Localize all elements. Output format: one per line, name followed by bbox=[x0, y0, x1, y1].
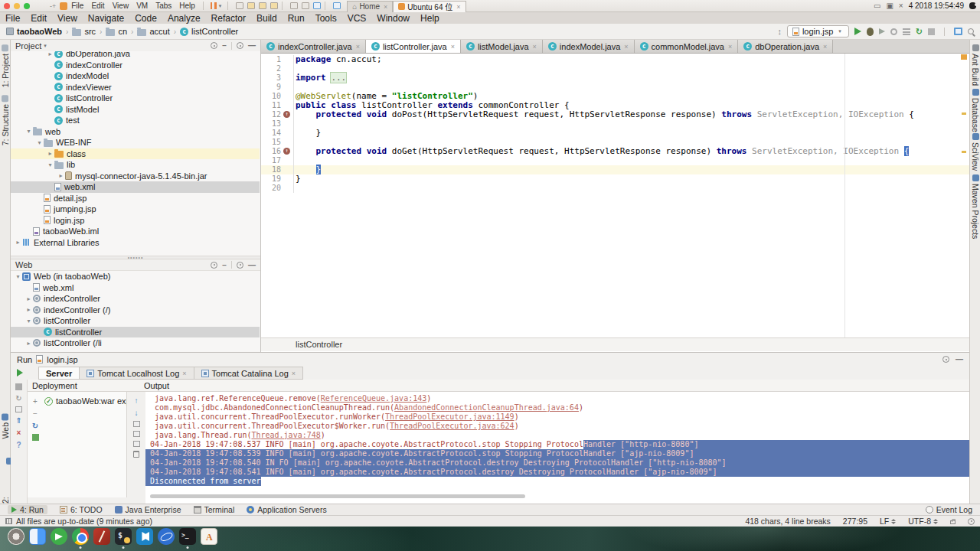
menu-item[interactable]: Analyze bbox=[168, 13, 201, 24]
error-stripe-mark[interactable] bbox=[962, 151, 966, 153]
window-mode-icon[interactable] bbox=[290, 2, 298, 9]
terminal-dock-icon[interactable] bbox=[179, 528, 196, 545]
clear-output-icon[interactable] bbox=[133, 451, 139, 458]
expand-arrow-icon[interactable]: ▸ bbox=[24, 340, 33, 347]
run-configuration-select[interactable]: login.jsp ▾ bbox=[787, 25, 849, 37]
vm-history-icon[interactable] bbox=[259, 2, 266, 9]
gear-icon[interactable] bbox=[237, 262, 243, 269]
expand-arrow-icon[interactable]: ▸ bbox=[57, 172, 65, 179]
redeploy-icon[interactable]: ↻ bbox=[31, 422, 40, 430]
fullscreen-icon[interactable] bbox=[313, 2, 321, 9]
error-stripe-mark[interactable] bbox=[961, 54, 967, 60]
project-tree-item[interactable]: ▸class bbox=[11, 148, 260, 160]
hide-panel-icon[interactable]: — bbox=[248, 262, 256, 269]
expand-arrow-icon[interactable]: ▸ bbox=[46, 150, 54, 157]
project-tree-item[interactable]: jumping.jsp bbox=[11, 204, 260, 215]
web-tree-item[interactable]: ▸indexController (/) bbox=[11, 305, 260, 316]
breadcrumb-item[interactable]: taobaoWeb bbox=[6, 27, 62, 36]
restore-icon[interactable]: ▣ bbox=[886, 2, 893, 10]
breadcrumb-item[interactable]: cn bbox=[106, 27, 127, 36]
profiler-button[interactable] bbox=[890, 28, 897, 35]
gear-icon[interactable] bbox=[942, 356, 949, 363]
expand-arrow-icon[interactable]: ▸ bbox=[14, 239, 22, 246]
error-stripe-mark[interactable] bbox=[962, 112, 966, 115]
editor-tab[interactable]: indexController.java× bbox=[261, 40, 366, 53]
close-icon[interactable]: × bbox=[728, 43, 732, 51]
ubuntu-dock-icon[interactable] bbox=[8, 528, 24, 545]
finder-dock-icon[interactable] bbox=[29, 528, 46, 545]
atom-dock-icon[interactable] bbox=[158, 528, 175, 545]
expand-arrow-icon[interactable]: ▸ bbox=[24, 306, 33, 313]
log-line[interactable]: java.lang.ref.ReferenceQueue.remove(Refe… bbox=[145, 394, 969, 403]
pause-vm-icon[interactable] bbox=[211, 2, 217, 9]
atom-dock-item[interactable] bbox=[158, 528, 175, 545]
stop-button[interactable] bbox=[928, 28, 935, 35]
rerun-icon[interactable]: ↻ bbox=[15, 394, 24, 403]
web-tree-item[interactable]: ▾listController bbox=[11, 315, 260, 327]
screenshot-icon[interactable] bbox=[15, 406, 22, 412]
run-tab[interactable]: Tomcat Localhost Log× bbox=[79, 367, 194, 380]
collapse-icon[interactable]: − bbox=[222, 262, 227, 269]
project-tree-item[interactable]: indexModel bbox=[11, 70, 260, 82]
restart-server-button[interactable]: ↻ bbox=[916, 27, 923, 37]
project-tree-item[interactable]: detail.jsp bbox=[11, 193, 260, 204]
stripe-button[interactable]: Ant Build bbox=[971, 44, 980, 86]
deployment-item[interactable]: taobaoWeb:war explo bbox=[44, 396, 126, 406]
close-icon[interactable]: × bbox=[899, 2, 903, 10]
close-window-button[interactable] bbox=[4, 3, 10, 9]
stop-icon[interactable] bbox=[15, 383, 22, 390]
project-tree-item[interactable]: test bbox=[11, 115, 260, 126]
toolwindow-button-todo[interactable]: 6: TODO bbox=[60, 505, 103, 514]
soft-wrap-icon[interactable] bbox=[133, 421, 140, 427]
web-tree-item[interactable]: ▸listController (/li bbox=[11, 337, 260, 349]
web-tree-item[interactable]: web.xml bbox=[11, 282, 260, 294]
plane-dock-icon[interactable] bbox=[51, 528, 67, 545]
web-tree-item[interactable]: ▾Web (in taobaoWeb) bbox=[11, 271, 260, 282]
book-dock-icon[interactable] bbox=[93, 528, 110, 545]
log-line[interactable]: com.mysql.jdbc.AbandonedConnectionCleanu… bbox=[145, 403, 969, 412]
iterm-dock-item[interactable] bbox=[115, 528, 132, 545]
event-log-button[interactable]: Event Log bbox=[936, 505, 972, 514]
print-icon[interactable] bbox=[133, 441, 140, 447]
locate-icon[interactable] bbox=[211, 262, 217, 269]
stripe-button[interactable]: Web bbox=[1, 413, 10, 439]
server-icon[interactable] bbox=[32, 434, 39, 441]
collapse-arrow-icon[interactable]: ▾ bbox=[46, 161, 54, 168]
editor-tab[interactable]: commonModel.java× bbox=[635, 40, 739, 53]
ubuntu-dock-item[interactable] bbox=[8, 528, 24, 545]
vm-history-icon[interactable] bbox=[247, 2, 255, 9]
vm-menu-item[interactable]: Edit bbox=[91, 2, 104, 10]
menu-item[interactable]: Edit bbox=[31, 13, 47, 24]
vm-tab[interactable]: ⌂Home× bbox=[347, 1, 393, 12]
close-icon[interactable]: × bbox=[292, 370, 296, 377]
hide-panel-icon[interactable]: — bbox=[956, 356, 963, 363]
snapshot-icon[interactable] bbox=[236, 2, 243, 9]
breadcrumb-item[interactable]: listController bbox=[180, 27, 238, 36]
chrome-dock-icon[interactable] bbox=[72, 528, 89, 545]
collapse-arrow-icon[interactable]: ▾ bbox=[24, 318, 33, 324]
menu-item[interactable]: View bbox=[57, 13, 77, 24]
log-line[interactable]: 04-Jan-2018 19:47:08.540 IN FO [main] or… bbox=[145, 458, 969, 468]
override-method-icon[interactable]: ↑ bbox=[283, 148, 290, 155]
down-stack-trace-icon[interactable]: ↓ bbox=[132, 409, 141, 417]
menu-item[interactable]: Tools bbox=[315, 13, 337, 24]
menu-item[interactable]: Code bbox=[135, 13, 157, 24]
minimize-icon[interactable]: ▭ bbox=[874, 2, 880, 10]
editor-tab[interactable]: listModel.java× bbox=[461, 40, 543, 53]
minimize-window-button[interactable] bbox=[14, 3, 20, 9]
menu-item[interactable]: File bbox=[5, 13, 20, 24]
chevron-down-icon[interactable]: ▾ bbox=[44, 43, 47, 49]
project-tree-item[interactable]: indexController bbox=[11, 60, 260, 71]
project-tree-item[interactable]: ▾web bbox=[11, 126, 260, 138]
chevron-down-icon[interactable]: ▾ bbox=[219, 3, 222, 9]
close-icon[interactable]: × bbox=[624, 43, 628, 51]
hide-panel-icon[interactable]: — bbox=[248, 42, 256, 49]
breadcrumb-item[interactable]: src bbox=[72, 27, 96, 36]
menu-item[interactable]: Refactor bbox=[211, 13, 246, 24]
editor-tab[interactable]: dbOperation.java× bbox=[738, 40, 833, 53]
log-line[interactable]: java.util.concurrent.ThreadPoolExecutor$… bbox=[145, 422, 969, 431]
iterm-dock-icon[interactable] bbox=[115, 528, 132, 545]
stripe-button[interactable]: Maven Projects bbox=[971, 174, 980, 239]
search-icon[interactable] bbox=[968, 28, 974, 34]
stripe-button[interactable]: 7: Structure bbox=[1, 95, 10, 145]
